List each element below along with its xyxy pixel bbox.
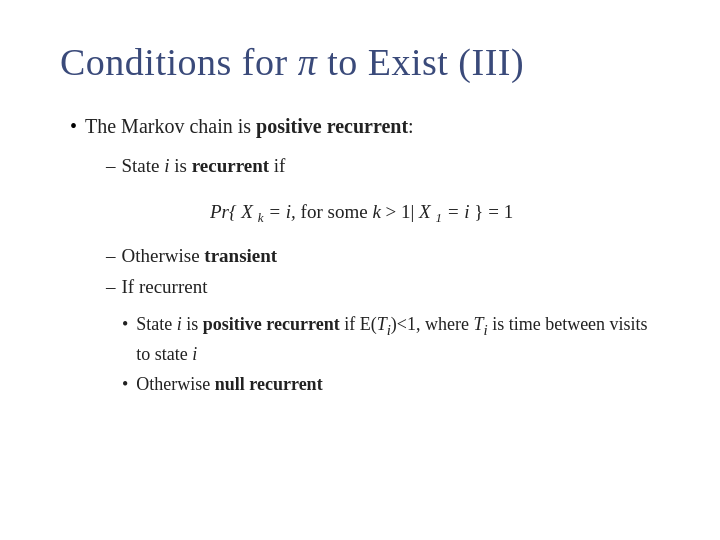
sub-item-transient: –Otherwise transient (106, 242, 660, 270)
sub-bullets-list: • State i is positive recurrent if E(Ti)… (70, 311, 660, 398)
sub-item-if-recurrent: –If recurrent (106, 273, 660, 301)
slide-title: Conditions for π to Exist (III) (60, 40, 660, 84)
italic-i-1: i (164, 155, 169, 176)
main-bullet: • The Markov chain is positive recurrent… (70, 112, 660, 140)
sub-bullet-text-2: Otherwise null recurrent (136, 371, 322, 397)
bold-recurrent: recurrent (192, 155, 269, 176)
bold-null-recurrent: null recurrent (215, 374, 323, 394)
bold-pos-recurrent: positive recurrent (203, 314, 340, 334)
slide-content: • The Markov chain is positive recurrent… (60, 112, 660, 397)
sub-items-list: –State i is recurrent if Pr{ X k = i, fo… (70, 152, 660, 301)
bullet-dot-main: • (70, 112, 77, 140)
sub-bullet-dot-1: • (122, 311, 128, 337)
sub-bullet-null-recurrent: • Otherwise null recurrent (122, 371, 660, 397)
bold-positive-recurrent: positive recurrent (256, 115, 408, 137)
svg-text:Pr{
            X
            : Pr{ X k = i, for some k > 1| X 1 = i } =… (210, 201, 513, 226)
italic-Ti: Ti (377, 314, 391, 334)
italic-Ti2: Ti (473, 314, 487, 334)
sub-bullet-dot-2: • (122, 371, 128, 397)
bold-transient: transient (204, 245, 277, 266)
sub-i2: i (483, 321, 487, 337)
formula-block: Pr{ X k = i, for some k > 1| X 1 = i } =… (106, 190, 660, 234)
sub-bullet-text-1: State i is positive recurrent if E(Ti)<1… (136, 311, 660, 367)
sub-item-recurrent: –State i is recurrent if (106, 152, 660, 180)
sub-bullet-positive-recurrent: • State i is positive recurrent if E(Ti)… (122, 311, 660, 367)
italic-i-state: i (177, 314, 182, 334)
slide: Conditions for π to Exist (III) • The Ma… (0, 0, 720, 540)
main-bullet-text: The Markov chain is positive recurrent: (85, 112, 414, 140)
sub-i: i (387, 321, 391, 337)
italic-i-end: i (192, 344, 197, 364)
probability-formula: Pr{ X k = i, for some k > 1| X 1 = i } =… (210, 196, 590, 228)
pi-symbol: π (298, 41, 318, 83)
